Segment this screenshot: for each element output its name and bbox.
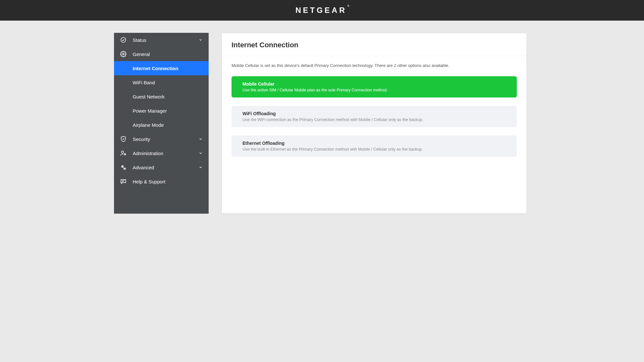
sidebar-item-label: Advanced xyxy=(133,165,198,170)
gears-icon xyxy=(120,164,127,171)
shield-icon xyxy=(120,135,127,143)
sidebar-sub-label: Guest Network xyxy=(133,94,165,99)
svg-point-5 xyxy=(124,168,125,169)
svg-point-2 xyxy=(121,151,124,153)
chevron-down-icon xyxy=(198,151,203,155)
svg-point-3 xyxy=(124,154,125,155)
brand-logo: NETGEAR® xyxy=(295,6,348,15)
sidebar-item-security[interactable]: Security xyxy=(114,132,209,146)
option-title: Mobile Cellular xyxy=(242,81,506,87)
sidebar-item-advanced[interactable]: Advanced xyxy=(114,160,209,174)
sidebar-item-administration[interactable]: Administration xyxy=(114,146,209,160)
option-title: WiFi Offloading xyxy=(242,111,506,116)
card-header: Internet Connection xyxy=(222,33,526,56)
sidebar-sub-label: Power Manager xyxy=(133,108,167,114)
card-body: Mobile Cellular is set as this device's … xyxy=(222,56,526,168)
sidebar-item-label: Administration xyxy=(133,151,198,156)
sidebar-sub-wifi-band[interactable]: WiFi Band xyxy=(114,75,209,89)
svg-point-4 xyxy=(122,166,123,167)
option-desc: Use the built-in Ethernet as the Primary… xyxy=(242,147,506,152)
sidebar-item-general[interactable]: General xyxy=(114,47,209,61)
option-wifi-offloading[interactable]: WiFi Offloading Use the WiFi connection … xyxy=(232,106,517,127)
sidebar-sub-internet-connection[interactable]: Internet Connection xyxy=(114,61,209,75)
sidebar-item-label: Help & Support xyxy=(133,179,203,184)
option-ethernet-offloading[interactable]: Ethernet Offloading Use the built-in Eth… xyxy=(232,135,517,157)
option-mobile-cellular[interactable]: Mobile Cellular Use the active SIM / Cel… xyxy=(232,76,517,97)
status-icon xyxy=(120,36,127,43)
user-gear-icon xyxy=(120,150,127,157)
gear-icon xyxy=(120,51,127,58)
sidebar-sub-label: Airplane Mode xyxy=(133,122,164,128)
option-desc: Use the WiFi connection as the Primary C… xyxy=(242,117,506,122)
sidebar-item-label: General xyxy=(133,51,203,57)
sidebar-sub-guest-network[interactable]: Guest Network xyxy=(114,89,209,104)
page-wrap: Status General Internet Connection Wi xyxy=(0,21,644,214)
sidebar: Status General Internet Connection Wi xyxy=(114,33,209,214)
chevron-down-icon xyxy=(198,137,203,141)
chevron-down-icon xyxy=(198,38,203,42)
sidebar-item-label: Security xyxy=(133,136,198,142)
svg-point-0 xyxy=(121,38,126,42)
option-title: Ethernet Offloading xyxy=(242,141,506,146)
main-card: Internet Connection Mobile Cellular is s… xyxy=(222,33,527,214)
layout: Status General Internet Connection Wi xyxy=(0,33,644,214)
brand-r: ® xyxy=(347,5,349,7)
option-desc: Use the active SIM / Cellular Mobile pla… xyxy=(242,88,506,92)
brand-text: NETGEAR xyxy=(295,6,346,14)
intro-text: Mobile Cellular is set as this device's … xyxy=(232,63,517,68)
chat-icon xyxy=(120,178,127,185)
sidebar-sub-label: WiFi Band xyxy=(133,80,155,85)
topbar: NETGEAR® xyxy=(0,0,644,21)
sidebar-item-help-support[interactable]: Help & Support xyxy=(114,174,209,189)
svg-point-1 xyxy=(123,53,124,55)
sidebar-sub-power-manager[interactable]: Power Manager xyxy=(114,104,209,118)
page-title: Internet Connection xyxy=(232,41,517,49)
sidebar-sub-airplane-mode[interactable]: Airplane Mode xyxy=(114,118,209,132)
sidebar-sub-label: Internet Connection xyxy=(133,66,178,71)
chevron-down-icon xyxy=(198,165,203,170)
sidebar-item-status[interactable]: Status xyxy=(114,33,209,47)
sidebar-item-label: Status xyxy=(133,37,198,43)
